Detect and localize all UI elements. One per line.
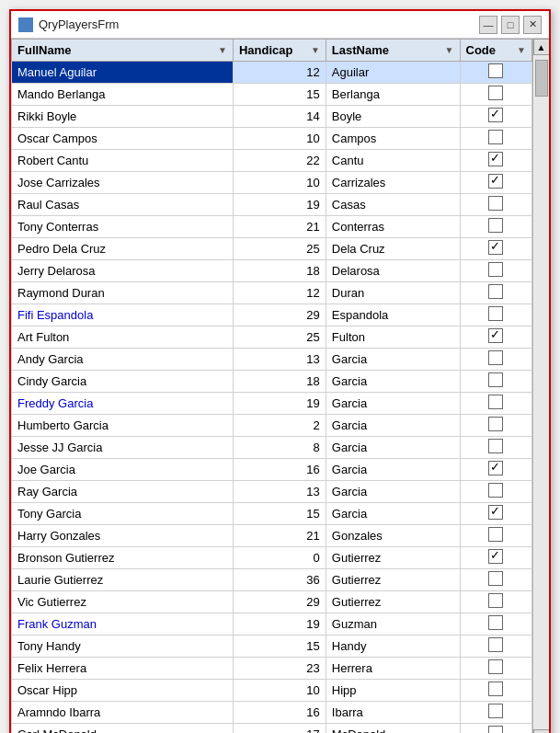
table-row[interactable]: Bronson Gutierrez0Gutierrez xyxy=(12,547,532,569)
maximize-button[interactable]: □ xyxy=(501,16,520,34)
code-checkbox[interactable] xyxy=(488,505,503,520)
code-checkbox[interactable] xyxy=(488,439,503,453)
scroll-track[interactable] xyxy=(534,55,549,729)
code-checkbox[interactable] xyxy=(488,483,503,498)
table-row[interactable]: Cindy Garcia18Garcia xyxy=(12,371,532,393)
table-row[interactable]: Harry Gonzales21Gonzales xyxy=(12,525,532,547)
table-row[interactable]: Tony Garcia15Garcia xyxy=(12,503,532,525)
code-checkbox[interactable] xyxy=(488,63,503,78)
code-checkbox[interactable] xyxy=(488,306,503,321)
code-checkbox[interactable] xyxy=(488,417,503,431)
table-row[interactable]: Andy Garcia13Garcia xyxy=(12,349,532,371)
code-checkbox[interactable] xyxy=(488,328,503,343)
cell-code[interactable] xyxy=(460,547,531,569)
code-checkbox[interactable] xyxy=(488,704,503,718)
table-row[interactable]: Fifi Espandola29Espandola xyxy=(12,304,532,326)
col-header-handicap[interactable]: Handicap ▼ xyxy=(233,40,326,62)
table-row[interactable]: Jesse JJ Garcia8Garcia xyxy=(12,437,532,459)
cell-code[interactable] xyxy=(460,636,531,658)
col-header-fullname[interactable]: FullName ▼ xyxy=(12,40,234,62)
table-row[interactable]: Jose Carrizales10Carrizales xyxy=(12,172,532,194)
code-checkbox[interactable] xyxy=(488,372,503,387)
code-checkbox[interactable] xyxy=(488,174,503,189)
cell-code[interactable] xyxy=(460,437,531,459)
code-checkbox[interactable] xyxy=(488,108,503,122)
cell-code[interactable] xyxy=(460,481,531,503)
minimize-button[interactable]: — xyxy=(479,16,497,34)
code-checkbox[interactable] xyxy=(488,262,503,277)
cell-code[interactable] xyxy=(460,172,531,194)
code-checkbox[interactable] xyxy=(488,593,503,608)
cell-code[interactable] xyxy=(460,106,531,128)
close-button[interactable]: ✕ xyxy=(523,16,542,34)
cell-code[interactable] xyxy=(460,150,531,172)
scroll-up-button[interactable]: ▲ xyxy=(533,39,550,55)
table-row[interactable]: Aramndo Ibarra16Ibarra xyxy=(12,702,532,724)
code-checkbox[interactable] xyxy=(488,571,503,586)
table-row[interactable]: Mando Berlanga15Berlanga xyxy=(12,84,532,106)
table-row[interactable]: Pedro Dela Cruz25Dela Cruz xyxy=(12,238,532,260)
code-checkbox[interactable] xyxy=(488,549,503,564)
code-checkbox[interactable] xyxy=(488,218,503,233)
cell-code[interactable] xyxy=(460,62,531,84)
table-row[interactable]: Tony Handy15Handy xyxy=(12,636,532,658)
table-row[interactable]: Oscar Hipp10Hipp xyxy=(12,680,532,702)
table-row[interactable]: Jerry Delarosa18Delarosa xyxy=(12,260,532,282)
code-checkbox[interactable] xyxy=(488,196,503,211)
cell-code[interactable] xyxy=(460,680,531,702)
code-checkbox[interactable] xyxy=(488,681,503,696)
cell-code[interactable] xyxy=(460,525,531,547)
table-row[interactable]: Laurie Gutierrez36Gutierrez xyxy=(12,569,532,591)
code-checkbox[interactable] xyxy=(488,659,503,674)
table-row[interactable]: Robert Cantu22Cantu xyxy=(12,150,532,172)
cell-code[interactable] xyxy=(460,128,531,150)
cell-code[interactable] xyxy=(460,326,531,349)
table-row[interactable]: Oscar Campos10Campos xyxy=(12,128,532,150)
code-checkbox[interactable] xyxy=(488,395,503,409)
cell-code[interactable] xyxy=(460,569,531,591)
cell-code[interactable] xyxy=(460,304,531,326)
table-row[interactable]: Humberto Garcia2Garcia xyxy=(12,415,532,437)
code-checkbox[interactable] xyxy=(488,284,503,299)
cell-code[interactable] xyxy=(460,702,531,724)
table-row[interactable]: Raymond Duran12Duran xyxy=(12,282,532,304)
table-row[interactable]: Frank Guzman19Guzman xyxy=(12,613,532,636)
cell-code[interactable] xyxy=(460,459,531,481)
cell-code[interactable] xyxy=(460,260,531,282)
table-row[interactable]: Joe Garcia16Garcia xyxy=(12,459,532,481)
cell-code[interactable] xyxy=(460,349,531,371)
cell-code[interactable] xyxy=(460,658,531,680)
code-checkbox[interactable] xyxy=(488,86,503,100)
cell-code[interactable] xyxy=(460,503,531,525)
table-row[interactable]: Carl McDonald17McDonald xyxy=(12,724,532,734)
table-row[interactable]: Manuel Aguilar12Aguilar xyxy=(12,62,532,84)
cell-code[interactable] xyxy=(460,216,531,238)
vertical-scrollbar[interactable]: ▲ ▼ xyxy=(532,39,549,733)
cell-code[interactable] xyxy=(460,282,531,304)
code-checkbox[interactable] xyxy=(488,350,503,365)
code-checkbox[interactable] xyxy=(488,130,503,144)
table-row[interactable]: Vic Gutierrez29Gutierrez xyxy=(12,591,532,613)
cell-code[interactable] xyxy=(460,84,531,106)
cell-code[interactable] xyxy=(460,393,531,415)
table-row[interactable]: Freddy Garcia19Garcia xyxy=(12,393,532,415)
code-checkbox[interactable] xyxy=(488,461,503,475)
table-row[interactable]: Felix Herrera23Herrera xyxy=(12,658,532,680)
cell-code[interactable] xyxy=(460,238,531,260)
code-checkbox[interactable] xyxy=(488,615,503,630)
code-checkbox[interactable] xyxy=(488,152,503,166)
cell-code[interactable] xyxy=(460,724,531,734)
code-checkbox[interactable] xyxy=(488,240,503,255)
cell-code[interactable] xyxy=(460,371,531,393)
scroll-thumb[interactable] xyxy=(535,60,548,97)
table-row[interactable]: Rikki Boyle14Boyle xyxy=(12,106,532,128)
cell-code[interactable] xyxy=(460,613,531,636)
scroll-down-button[interactable]: ▼ xyxy=(533,729,550,733)
cell-code[interactable] xyxy=(460,591,531,613)
cell-code[interactable] xyxy=(460,415,531,437)
code-checkbox[interactable] xyxy=(488,637,503,652)
table-row[interactable]: Raul Casas19Casas xyxy=(12,194,532,216)
code-checkbox[interactable] xyxy=(488,726,503,733)
code-checkbox[interactable] xyxy=(488,527,503,542)
cell-code[interactable] xyxy=(460,194,531,216)
